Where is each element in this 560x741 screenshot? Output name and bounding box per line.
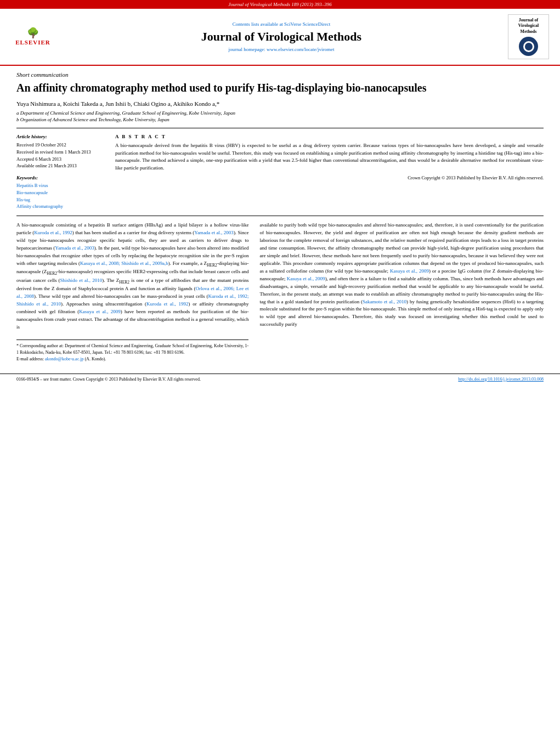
journal-main-title: Journal of Virological Methods	[60, 30, 502, 44]
sciverse-link[interactable]: Contents lists available at SciVerse Sci…	[60, 21, 502, 27]
elsevier-wordmark: ELSEVIER	[15, 39, 50, 46]
history-accepted: Accepted 6 March 2013	[16, 156, 104, 163]
keywords-section: Keywords: Hepatitis B virus Bio-nanocaps…	[16, 175, 104, 210]
email-link[interactable]: akondo@kobe-u.ac.jp	[45, 357, 83, 361]
ref-kasuya-2009[interactable]: Kasuya et al., 2009	[79, 309, 120, 314]
ref-kuroda-1992[interactable]: Kuroda et al., 1992	[34, 230, 72, 235]
affiliation-b: b Organization of Advanced Science and T…	[16, 117, 544, 122]
journal-title-center: Contents lists available at SciVerse Sci…	[60, 21, 502, 52]
elsevier-tree-icon: 🌳	[27, 28, 39, 38]
two-col-header: Article history: Received 19 October 201…	[16, 134, 544, 210]
top-bar: Journal of Virological Methods 189 (2013…	[0, 0, 560, 9]
history-online: Available online 21 March 2013	[16, 162, 104, 169]
elsevier-logo: 🌳 ELSEVIER	[11, 28, 55, 46]
ref-sakamoto[interactable]: Sakamoto et al., 2010	[363, 299, 406, 304]
ref-kasuya-2009c[interactable]: Kasuya et al., 2009	[287, 276, 325, 281]
keyword-2[interactable]: Bio-nanocapsule	[16, 189, 104, 196]
keywords-label: Keywords:	[16, 175, 104, 180]
left-meta-col: Article history: Received 19 October 201…	[16, 134, 104, 210]
body-text-left: A bio-nanocapsule consisting of a hepati…	[16, 222, 248, 331]
body-para-2: available to purify both wild type bio-n…	[259, 222, 544, 329]
body-para-1: A bio-nanocapsule consisting of a hepati…	[16, 222, 248, 331]
footnote-section: * Corresponding author at: Department of…	[16, 340, 248, 363]
ref-kasuya-2009b[interactable]: Kasuya et al., 2009	[390, 268, 429, 274]
body-right-col: available to purify both wild type bio-n…	[259, 222, 544, 363]
journal-header: 🌳 ELSEVIER Contents lists available at S…	[0, 9, 560, 66]
journal-homepage[interactable]: journal homepage: www.elsevier.com/locat…	[60, 47, 502, 52]
keyword-3[interactable]: His-tag	[16, 196, 104, 203]
email-note: E-mail address: akondo@kobe-u.ac.jp (A. …	[16, 356, 248, 363]
journal-citation: Journal of Virological Methods 189 (2013…	[228, 2, 331, 7]
issn-text: 0166-0934/$ – see front matter. Crown Co…	[16, 377, 201, 382]
affiliations: a Department of Chemical Science and Eng…	[16, 110, 544, 122]
history-received: Received 19 October 2012	[16, 142, 104, 149]
keyword-4[interactable]: Affinity chromatography	[16, 203, 104, 210]
body-left-col: A bio-nanocapsule consisting of a hepati…	[16, 222, 248, 363]
abstract-col: A B S T R A C T A bio-nanocapsule derive…	[115, 134, 544, 210]
article-title: An affinity chromatography method used t…	[16, 81, 544, 95]
history-revised: Received in revised form 1 March 2013	[16, 149, 104, 156]
bottom-bar: 0166-0934/$ – see front matter. Crown Co…	[0, 374, 560, 384]
ref-yamada-2003[interactable]: Yamada et al., 2003	[194, 230, 234, 235]
divider-1	[16, 128, 544, 128]
authors: Yuya Nishimura a, Koichi Takeda a, Jun I…	[16, 100, 544, 107]
main-body: A bio-nanocapsule consisting of a hepati…	[16, 222, 544, 363]
divider-2	[16, 216, 544, 216]
ref-yamada-2003b[interactable]: Yamada et al., 2003	[55, 245, 94, 251]
ref-kuroda-1992c[interactable]: Kuroda et al., 1992	[146, 301, 189, 307]
abstract-label: A B S T R A C T	[115, 134, 544, 139]
history-label: Article history:	[16, 134, 104, 139]
body-text-right: available to purify both wild type bio-n…	[259, 222, 544, 329]
article-type: Short communication	[16, 71, 544, 78]
abstract-copyright: Crown Copyright © 2013 Published by Else…	[115, 175, 544, 180]
ref-shishido-2010[interactable]: Shishido et al., 2010	[60, 278, 103, 283]
email-name: (A. Kondo).	[84, 357, 106, 361]
journal-logo-circle	[519, 37, 538, 56]
history-entries: Received 19 October 2012 Received in rev…	[16, 142, 104, 169]
corresponding-author-note: * Corresponding author at: Department of…	[16, 343, 248, 356]
ref-kasuya-2008[interactable]: Kasuya et al., 2008; Shishido et al., 20…	[80, 261, 168, 266]
right-logo-title: Journal ofVirologicalMethods	[511, 18, 546, 35]
affiliation-a: a Department of Chemical Science and Eng…	[16, 110, 544, 116]
doi-link[interactable]: http://dx.doi.org/10.1016/j.jviromet.201…	[458, 377, 544, 382]
abstract-text: A bio-nanocapsule derived from the hepat…	[115, 142, 544, 172]
keyword-1[interactable]: Hepatitis B virus	[16, 182, 104, 189]
ref-kuroda-1992b[interactable]: Kuroda et al., 1992; Shishido et al., 20…	[16, 293, 248, 307]
journal-right-logo: Journal ofVirologicalMethods	[508, 14, 549, 59]
